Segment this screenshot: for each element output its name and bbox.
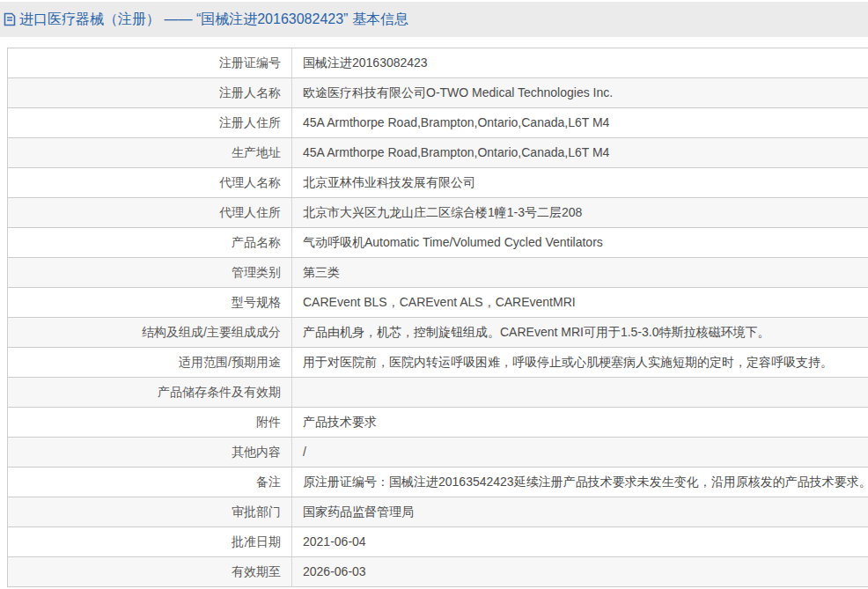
row-value (292, 378, 868, 407)
row-label: 注册人名称 (8, 78, 292, 107)
row-label: 型号规格 (8, 288, 292, 317)
row-label: 生产地址 (8, 138, 292, 167)
table-row: 结构及组成/主要组成成分产品由机身，机芯，控制旋钮组成。CAREvent MRI… (8, 318, 868, 348)
table-row: 生产地址45A Armthorpe Road,Brampton,Ontario,… (8, 138, 868, 168)
row-value: 45A Armthorpe Road,Brampton,Ontario,Cana… (292, 108, 868, 137)
row-value: 45A Armthorpe Road,Brampton,Ontario,Cana… (292, 138, 868, 167)
table-row: 备注原注册证编号：国械注进20163542423延续注册产品技术要求未发生变化，… (8, 468, 868, 497)
row-label: 审批部门 (8, 497, 292, 526)
table-row: 有效期至2026-06-03 (8, 557, 868, 587)
table-row: 注册证编号国械注进20163082423 (8, 48, 868, 78)
row-label: 注册证编号 (8, 48, 292, 77)
row-value: 2026-06-03 (292, 557, 868, 586)
table-row: 代理人住所北京市大兴区九龙山庄二区综合楼1幢1-3号二层208 (8, 198, 868, 228)
row-value: 气动呼吸机Automatic Time/Volumed Cycled Venti… (292, 228, 868, 257)
table-row: 注册人住所45A Armthorpe Road,Brampton,Ontario… (8, 108, 868, 138)
row-value: CAREvent BLS，CAREvent ALS，CAREventMRI (292, 288, 868, 317)
row-label: 产品名称 (8, 228, 292, 257)
row-value: 用于对医院前，医院内转运呼吸困难，呼吸停止或心肌梗塞病人实施短期的定时，定容呼吸… (292, 348, 868, 377)
row-label: 注册人住所 (8, 108, 292, 137)
row-label: 其他内容 (8, 438, 292, 467)
table-row: 附件产品技术要求 (8, 408, 868, 438)
table-row: 注册人名称欧途医疗科技有限公司O-TWO Medical Technologie… (8, 78, 868, 108)
row-value: 2021-06-04 (292, 527, 868, 556)
row-value: 原注册证编号：国械注进20163542423延续注册产品技术要求未发生变化，沿用… (292, 468, 868, 497)
row-label: 结构及组成/主要组成成分 (8, 318, 292, 347)
page-header: 进口医疗器械（注册） —— “国械注进20163082423” 基本信息 (0, 2, 868, 37)
row-value: 北京市大兴区九龙山庄二区综合楼1幢1-3号二层208 (292, 198, 868, 227)
row-value: / (292, 438, 868, 467)
row-label: 附件 (8, 408, 292, 437)
page-title: 进口医疗器械（注册） —— “国械注进20163082423” 基本信息 (19, 11, 408, 29)
row-value: 国家药品监督管理局 (292, 497, 868, 526)
row-label: 代理人名称 (8, 168, 292, 197)
row-value: 国械注进20163082423 (292, 48, 868, 77)
table-row: 批准日期2021-06-04 (8, 527, 868, 557)
table-row: 其他内容/ (8, 438, 868, 468)
document-icon (4, 12, 16, 26)
row-value: 北京亚林伟业科技发展有限公司 (292, 168, 868, 197)
row-label: 适用范围/预期用途 (8, 348, 292, 377)
row-value: 产品由机身，机芯，控制旋钮组成。CAREvent MRI可用于1.5-3.0特斯… (292, 318, 868, 347)
table-row: 型号规格CAREvent BLS，CAREvent ALS，CAREventMR… (8, 288, 868, 318)
table-row: 审批部门国家药品监督管理局 (8, 497, 868, 527)
row-value: 产品技术要求 (292, 408, 868, 437)
row-value: 欧途医疗科技有限公司O-TWO Medical Technologies Inc… (292, 78, 868, 107)
table-row: 产品名称气动呼吸机Automatic Time/Volumed Cycled V… (8, 228, 868, 258)
row-label: 管理类别 (8, 258, 292, 287)
table-row: 产品储存条件及有效期 (8, 378, 868, 408)
registration-info-table: 注册证编号国械注进20163082423注册人名称欧途医疗科技有限公司O-TWO… (7, 48, 868, 587)
row-label: 有效期至 (8, 557, 292, 586)
row-label: 备注 (8, 468, 292, 497)
table-row: 代理人名称北京亚林伟业科技发展有限公司 (8, 168, 868, 198)
row-label: 产品储存条件及有效期 (8, 378, 292, 407)
row-label: 批准日期 (8, 527, 292, 556)
table-row: 适用范围/预期用途用于对医院前，医院内转运呼吸困难，呼吸停止或心肌梗塞病人实施短… (8, 348, 868, 378)
table-row: 管理类别第三类 (8, 258, 868, 288)
row-label: 代理人住所 (8, 198, 292, 227)
row-value: 第三类 (292, 258, 868, 287)
